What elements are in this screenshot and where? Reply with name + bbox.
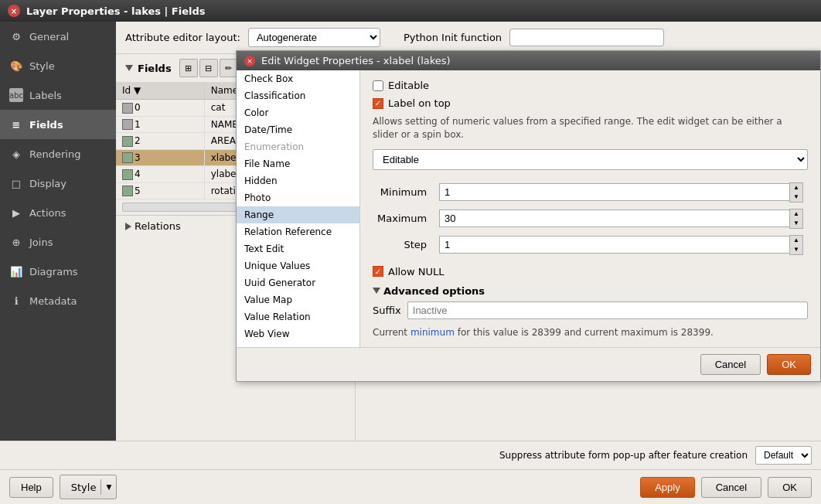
suffix-row: Suffix	[373, 301, 808, 319]
sidebar-item-display[interactable]: □ Display	[0, 169, 116, 198]
advanced-toggle[interactable]: Advanced options	[373, 285, 808, 297]
sidebar-item-actions[interactable]: ▶ Actions	[0, 198, 116, 227]
fields-collapse-icon[interactable]	[125, 65, 133, 71]
widget-list: Check Box Classification Color Date/Time…	[237, 70, 360, 347]
step-row: Step ▲ ▼	[373, 232, 808, 258]
suffix-input[interactable]	[407, 301, 808, 319]
sidebar-label-diagrams: Diagrams	[29, 266, 78, 278]
field-type-icon	[122, 169, 133, 180]
widget-item-enumeration[interactable]: Enumeration	[237, 138, 359, 155]
attr-layout-bar: Attribute editor layout: Autogenerate Dr…	[116, 22, 821, 54]
sidebar-item-rendering[interactable]: ◈ Rendering	[0, 139, 116, 169]
widget-item-unique-values[interactable]: Unique Values	[237, 257, 359, 274]
sidebar-label-joins: Joins	[29, 237, 53, 248]
python-init-input[interactable]	[509, 29, 664, 46]
attr-layout-select[interactable]: Autogenerate Drag and drop designer Prov…	[248, 28, 380, 47]
sidebar: ⚙ General 🎨 Style abc Labels ≡ Fields ◈ …	[0, 22, 116, 441]
range-table: Minimum ▲ ▼ Maximum	[373, 179, 808, 258]
maximum-row: Maximum ▲ ▼	[373, 206, 808, 232]
dialog-ok-button[interactable]: OK	[767, 354, 811, 375]
widget-item-classification[interactable]: Classification	[237, 87, 359, 104]
sidebar-label-general: General	[29, 31, 69, 43]
suffix-label: Suffix	[373, 305, 401, 316]
widget-item-text-edit[interactable]: Text Edit	[237, 240, 359, 257]
widget-item-web-view[interactable]: Web View	[237, 325, 359, 342]
fields-add-btn[interactable]: ⊞	[179, 59, 198, 77]
minimum-spin-up[interactable]: ▲	[790, 183, 802, 192]
sidebar-item-fields[interactable]: ≡ Fields	[0, 110, 116, 139]
joins-icon: ⊕	[9, 235, 23, 249]
maximum-spin-down[interactable]: ▼	[790, 219, 802, 228]
style-button[interactable]: Style ▼	[60, 475, 118, 499]
sidebar-item-joins[interactable]: ⊕ Joins	[0, 227, 116, 257]
sidebar-item-general[interactable]: ⚙ General	[0, 22, 116, 51]
step-spin-up[interactable]: ▲	[790, 236, 802, 245]
cancel-button[interactable]: Cancel	[701, 477, 761, 498]
apply-button[interactable]: Apply	[640, 477, 695, 498]
field-type-icon	[122, 119, 133, 130]
dialog-close-button[interactable]: ×	[244, 56, 255, 66]
sidebar-item-metadata[interactable]: ℹ Metadata	[0, 286, 116, 315]
minimum-input[interactable]	[439, 183, 789, 201]
attr-layout-label: Attribute editor layout:	[125, 32, 240, 43]
fields-remove-btn[interactable]: ⊟	[199, 59, 218, 77]
widget-item-file-name[interactable]: File Name	[237, 155, 359, 172]
sidebar-item-labels[interactable]: abc Labels	[0, 80, 116, 110]
widget-item-hidden[interactable]: Hidden	[237, 172, 359, 189]
relations-expand-icon	[125, 223, 131, 230]
col-header-id[interactable]: Id ▼	[116, 82, 204, 100]
relations-label: Relations	[135, 220, 181, 232]
window-close-icon[interactable]: ×	[8, 5, 20, 17]
step-spinners: ▲ ▼	[789, 235, 803, 255]
widget-item-relation-reference[interactable]: Relation Reference	[237, 223, 359, 240]
advanced-collapse-icon	[373, 288, 380, 294]
editable-checkbox[interactable]	[373, 80, 383, 91]
action-right: Apply Cancel OK	[640, 477, 812, 498]
minimum-row: Minimum ▲ ▼	[373, 179, 808, 206]
sidebar-label-metadata: Metadata	[29, 295, 77, 307]
sidebar-item-diagrams[interactable]: 📊 Diagrams	[0, 257, 116, 286]
step-spin-down[interactable]: ▼	[790, 245, 802, 254]
widget-item-value-map[interactable]: Value Map	[237, 291, 359, 308]
widget-item-photo[interactable]: Photo	[237, 189, 359, 206]
style-icon: 🎨	[9, 59, 23, 73]
minimum-label: Minimum	[373, 179, 434, 206]
action-bar: Help Style ▼ Apply Cancel OK	[0, 469, 821, 504]
display-icon: □	[9, 176, 23, 190]
minimum-input-wrap: ▲ ▼	[439, 182, 803, 203]
metadata-icon: ℹ	[9, 294, 23, 308]
maximum-input[interactable]	[439, 209, 789, 227]
sidebar-item-style[interactable]: 🎨 Style	[0, 51, 116, 80]
suppress-select[interactable]: Default Yes No	[755, 446, 812, 465]
advanced-section: Advanced options Suffix	[373, 285, 808, 319]
sidebar-label-actions: Actions	[29, 207, 66, 219]
info-min-highlight: minimum	[410, 327, 455, 338]
allow-null-label: Allow NULL	[388, 266, 445, 278]
ok-button[interactable]: OK	[768, 477, 812, 498]
step-input[interactable]	[439, 236, 789, 254]
maximum-spinners: ▲ ▼	[789, 209, 803, 229]
label-on-top-checkbox[interactable]: ✓	[373, 98, 383, 109]
label-on-top-row: ✓ Label on top	[373, 97, 808, 109]
help-button[interactable]: Help	[9, 477, 53, 498]
sidebar-label-rendering: Rendering	[29, 148, 80, 160]
minimum-spinners: ▲ ▼	[789, 182, 803, 203]
field-type-icon	[122, 136, 133, 147]
bottom-bar: Suppress attribute form pop-up after fea…	[0, 441, 821, 469]
dialog-cancel-button[interactable]: Cancel	[700, 354, 761, 375]
advanced-label: Advanced options	[383, 285, 485, 297]
maximum-spin-up[interactable]: ▲	[790, 209, 802, 219]
widget-item-uuid-generator[interactable]: Uuid Generator	[237, 274, 359, 291]
editable-row: Editable	[373, 80, 808, 91]
info-text: Current minimum for this value is 28399 …	[373, 327, 808, 338]
allow-null-checkbox[interactable]: ✓	[373, 266, 383, 277]
style-dropdown-icon[interactable]: ▼	[100, 479, 116, 495]
editable-type-select[interactable]: Editable Slider Dial	[373, 149, 808, 170]
widget-item-date-time[interactable]: Date/Time	[237, 121, 359, 138]
widget-item-range[interactable]: Range	[237, 206, 359, 223]
labels-icon: abc	[9, 88, 23, 102]
minimum-spin-down[interactable]: ▼	[790, 192, 802, 202]
widget-item-check-box[interactable]: Check Box	[237, 70, 359, 87]
widget-item-value-relation[interactable]: Value Relation	[237, 308, 359, 325]
widget-item-color[interactable]: Color	[237, 104, 359, 121]
